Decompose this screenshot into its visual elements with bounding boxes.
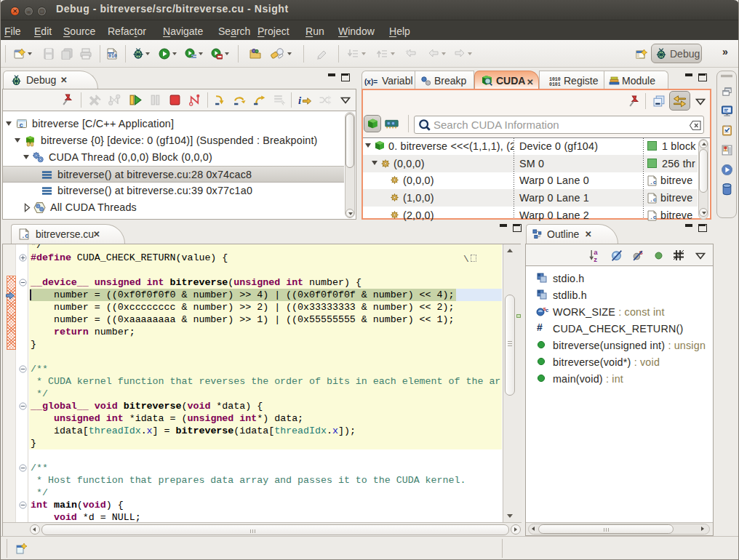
svg-text:c: c <box>20 122 24 129</box>
svg-text:1010: 1010 <box>549 77 561 82</box>
svg-text:010: 010 <box>108 54 117 59</box>
svg-text:(x)=: (x)= <box>364 78 378 86</box>
svg-text:c: c <box>546 307 548 313</box>
svg-text:0101: 0101 <box>549 82 561 87</box>
svg-text:i: i <box>298 95 302 106</box>
svg-text:.c: .c <box>650 214 657 220</box>
svg-text:.c: .c <box>21 233 28 240</box>
svg-text:z: z <box>594 255 597 263</box>
svg-text:.c: .c <box>650 179 657 185</box>
svg-text:.c: .c <box>650 196 657 203</box>
